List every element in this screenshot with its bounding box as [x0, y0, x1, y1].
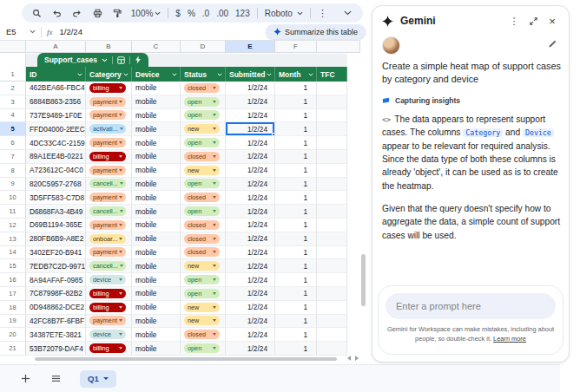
- cell-category[interactable]: billing: [86, 301, 132, 315]
- cell-tfc[interactable]: [317, 328, 347, 342]
- status-chip[interactable]: open: [184, 289, 220, 298]
- status-chip[interactable]: new: [184, 303, 220, 312]
- row-number-9[interactable]: 9: [0, 178, 26, 192]
- category-chip[interactable]: billing: [89, 303, 126, 312]
- cell-id[interactable]: D6868FA3-4B49: [26, 205, 86, 219]
- cell-status[interactable]: new: [181, 259, 226, 273]
- cell-month[interactable]: 1: [275, 205, 317, 219]
- cell-month[interactable]: 1: [275, 232, 317, 246]
- all-sheets-menu-icon[interactable]: [51, 374, 61, 383]
- cell-submitted[interactable]: 1/2/24: [226, 342, 275, 356]
- sheet-tab-q1[interactable]: Q1: [80, 370, 116, 388]
- cell-month[interactable]: 1: [275, 178, 317, 192]
- cell-id[interactable]: 7C87998F-82B2: [26, 287, 86, 301]
- status-chip[interactable]: new: [184, 166, 220, 175]
- row-number-13[interactable]: 13: [0, 232, 26, 246]
- cell-device[interactable]: mobile: [132, 164, 181, 178]
- row-number-19[interactable]: 19: [0, 315, 26, 329]
- cell-tfc[interactable]: [317, 178, 347, 192]
- learn-more-link[interactable]: Learn more: [493, 335, 526, 343]
- sheet-tab-menu-icon[interactable]: [103, 377, 109, 380]
- cell-submitted[interactable]: 1/2/24: [226, 273, 275, 287]
- cell-id[interactable]: 280FB6B9-A8E2: [26, 232, 86, 246]
- category-chip[interactable]: device: [89, 275, 126, 284]
- row-number-1[interactable]: 1: [0, 67, 26, 82]
- cell-submitted[interactable]: 1/2/24: [226, 328, 275, 342]
- cell-category[interactable]: payment: [86, 219, 132, 232]
- cell-month[interactable]: 1: [275, 287, 317, 301]
- cell-id[interactable]: 462BEA66-FBC4: [26, 82, 86, 95]
- table-header-status[interactable]: Status: [181, 67, 226, 82]
- cell-tfc[interactable]: [317, 191, 347, 205]
- cell-month[interactable]: 1: [275, 95, 317, 109]
- prompt-input[interactable]: Enter a prompt here: [386, 293, 556, 319]
- cell-status[interactable]: closed: [181, 328, 226, 342]
- cell-status[interactable]: open: [181, 95, 226, 109]
- cell-submitted[interactable]: 1/2/24: [226, 95, 275, 109]
- cell-tfc[interactable]: [317, 287, 347, 301]
- percent-format-button[interactable]: %: [188, 9, 195, 18]
- row-number-21[interactable]: 21: [0, 342, 26, 356]
- horizontal-scrollbar-thumb[interactable]: [35, 357, 337, 361]
- cell-id[interactable]: D69B1194-365E: [26, 219, 86, 232]
- cell-category[interactable]: payment: [86, 95, 132, 109]
- status-chip[interactable]: open: [184, 138, 220, 147]
- cell-id[interactable]: 4DC33C4C-2159: [26, 136, 86, 150]
- search-icon[interactable]: [30, 6, 43, 20]
- column-header-a[interactable]: A: [26, 41, 86, 52]
- cell-device[interactable]: mobile: [132, 273, 181, 287]
- expand-panel-icon[interactable]: [526, 14, 540, 28]
- cell-category[interactable]: payment: [86, 109, 132, 123]
- row-number-10[interactable]: 10: [0, 191, 26, 205]
- cell-category[interactable]: billing: [86, 82, 132, 95]
- status-chip[interactable]: open: [184, 97, 220, 107]
- lightning-bolt-icon[interactable]: [135, 56, 142, 64]
- cell-category[interactable]: payment: [86, 315, 132, 329]
- cell-status[interactable]: new: [181, 315, 226, 329]
- cell-id[interactable]: 8A94AFAF-0985: [26, 273, 86, 287]
- cell-tfc[interactable]: [317, 95, 347, 109]
- select-all-corner[interactable]: [0, 41, 26, 52]
- table-header-tfc[interactable]: TFC: [317, 67, 347, 82]
- cell-tfc[interactable]: [317, 342, 347, 356]
- cell-device[interactable]: mobile: [132, 328, 181, 342]
- cell-submitted-selected[interactable]: 1/2/24: [226, 122, 275, 136]
- cell-device[interactable]: mobile: [132, 95, 181, 109]
- cell-category[interactable]: device: [86, 328, 132, 342]
- cell-id[interactable]: 6884B863-2356: [26, 95, 86, 109]
- cell-device[interactable]: mobile: [132, 246, 181, 260]
- collapse-toolbar-chevron-icon[interactable]: [341, 6, 354, 20]
- row-number-3[interactable]: 3: [0, 95, 26, 109]
- category-chip[interactable]: payment: [89, 316, 126, 325]
- category-chip[interactable]: billing: [89, 83, 126, 93]
- cell-id[interactable]: 53B72079-DAF4: [26, 342, 86, 356]
- cell-id[interactable]: 0D948862-DCE2: [26, 301, 86, 315]
- category-chip[interactable]: billing: [89, 343, 126, 353]
- cell-submitted[interactable]: 1/2/24: [226, 178, 275, 192]
- cell-status[interactable]: open: [181, 178, 226, 192]
- cell-submitted[interactable]: 1/2/24: [226, 109, 275, 123]
- cell-id[interactable]: 3D5FF583-C7D8: [26, 191, 86, 205]
- cell-status[interactable]: closed: [181, 191, 226, 205]
- cell-submitted[interactable]: 1/2/24: [226, 136, 275, 150]
- cell-tfc[interactable]: [317, 150, 347, 164]
- edit-prompt-pencil-icon[interactable]: [545, 36, 559, 50]
- status-chip[interactable]: open: [184, 343, 220, 353]
- cell-tfc[interactable]: [317, 219, 347, 232]
- cell-device[interactable]: mobile: [132, 219, 181, 232]
- cell-device[interactable]: mobile: [132, 191, 181, 205]
- status-chip[interactable]: open: [184, 179, 220, 188]
- row-number-14[interactable]: 14: [0, 246, 26, 260]
- cell-status[interactable]: closed: [181, 232, 226, 246]
- cell-device[interactable]: mobile: [132, 178, 181, 192]
- column-header-e[interactable]: E: [226, 41, 275, 52]
- undo-icon[interactable]: [50, 6, 63, 20]
- cell-category[interactable]: payment: [86, 191, 132, 205]
- category-chip[interactable]: cancell...: [89, 179, 126, 188]
- row-number-20[interactable]: 20: [0, 328, 26, 342]
- cell-category[interactable]: payment: [86, 136, 132, 150]
- cell-tfc[interactable]: [317, 259, 347, 273]
- cell-submitted[interactable]: 1/2/24: [226, 259, 275, 273]
- cell-id[interactable]: FFD04000-2EEC: [26, 122, 86, 136]
- scroll-left-icon[interactable]: [347, 356, 351, 361]
